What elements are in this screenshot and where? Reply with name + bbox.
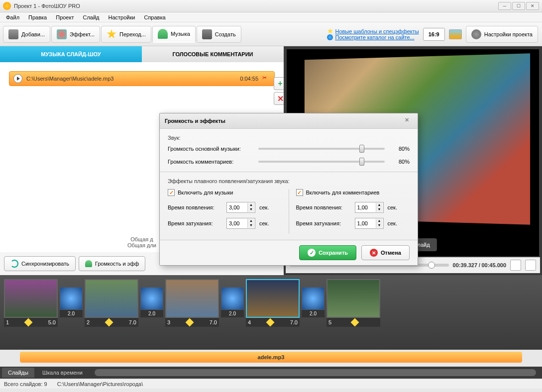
slider-thumb[interactable] [359,145,364,153]
fade-section-label: Эффекты плавного появления/затухания зву… [168,178,410,184]
music-button[interactable]: Музыка [152,26,196,43]
menu-project[interactable]: Проект [52,13,78,21]
maximize-button[interactable]: ☐ [512,2,525,10]
globe-icon [327,34,333,40]
comment-fadein-input[interactable]: 1,00▲▼ [355,202,384,213]
status-slide-count: Всего слайдов: 9 [4,381,47,387]
status-bar: Всего слайдов: 9 C:\Users\Manager\Pictur… [0,379,542,389]
scissors-icon[interactable]: ✂ [262,75,270,83]
volume-effects-dialog: Громкость и эффекты ✕ Звук: Громкость ос… [159,113,418,266]
seek-thumb[interactable] [428,262,435,269]
palette-icon [57,29,67,39]
menu-edit[interactable]: Правка [24,13,51,21]
pencil-icon[interactable] [105,318,113,327]
project-settings-button[interactable]: Настройки проекта [466,26,538,43]
audio-track[interactable]: adele.mp3 [20,352,522,363]
promo-catalog-link[interactable]: Посмотрите каталог на сайте... [327,34,419,40]
music-track-item[interactable]: C:\Users\Manager\Music\adele.mp3 0:04:55… [9,71,275,86]
effects-button[interactable]: Эффект... [51,26,100,43]
timeline: 15.0 2.0 27.0 2.0 37.0 2.0 47.0 2.0 5 [0,275,542,350]
tab-timescale[interactable]: Шкала времени [36,368,89,378]
menubar: Файл Правка Проект Слайд Настройки Справ… [0,12,542,22]
sound-section-label: Звук: [168,135,410,141]
bottom-tabs: Слайды Шкала времени [0,367,542,379]
promo-templates-link[interactable]: Новые шаблоны и спецэффекты [327,28,419,34]
save-button[interactable]: ✓Сохранить [299,245,356,260]
transition-4[interactable]: 2.0 [302,279,325,346]
fullscreen-button[interactable] [525,260,536,271]
comment-volume-value: 80% [391,159,410,165]
slide-2[interactable]: 27.0 [85,279,138,346]
transition-3[interactable]: 2.0 [221,279,244,346]
star-icon [107,29,116,39]
menu-slide[interactable]: Слайд [79,13,103,21]
camera-icon [8,29,18,39]
slide-1[interactable]: 15.0 [4,279,58,346]
aspect-ratio-button[interactable]: 16:9 [423,28,445,41]
create-button[interactable]: Создать [197,26,241,43]
comment-volume-label: Громкость комментариев: [168,159,252,165]
enable-music-label: Включить для музыки [178,190,233,196]
window-title: Проект 1 - ФотоШОУ PRO [14,3,498,9]
app-icon [3,2,11,10]
star-small-icon [327,28,333,34]
pencil-icon[interactable] [24,318,33,327]
transition-2[interactable]: 2.0 [140,279,163,346]
tab-music[interactable]: МУЗЫКА СЛАЙД-ШОУ [0,46,142,62]
menu-settings[interactable]: Настройки [105,13,139,21]
music-volume-slider[interactable] [258,148,385,150]
gear-icon [471,29,481,39]
dialog-title: Громкость и эффекты [165,118,225,124]
fadein-label: Время появления: [168,204,222,210]
timeline-scrollbar[interactable] [95,369,536,376]
menu-file[interactable]: Файл [2,13,23,21]
play-icon[interactable] [13,74,22,83]
promo-links: Новые шаблоны и спецэффекты Посмотрите к… [327,28,419,40]
check-icon: ✓ [308,249,316,257]
transitions-button[interactable]: Переход... [101,26,151,43]
pencil-icon[interactable] [266,318,275,327]
pencil-icon[interactable] [186,318,194,327]
music-volume-label: Громкость основной музыки: [168,146,252,152]
volume-effects-button[interactable]: Громкость и эфф [79,256,145,271]
tab-voice[interactable]: ГОЛОСОВЫЕ КОММЕНТАРИИ [142,46,284,62]
fadeout-label: Время затухания: [168,220,222,226]
comment-volume-slider[interactable] [258,161,385,163]
music-fadeout-input[interactable]: 3,00▲▼ [226,218,255,229]
enable-comments-label: Включить для комментариев [306,190,380,196]
slide-4[interactable]: 47.0 [246,279,300,346]
music-fadein-input[interactable]: 3,00▲▼ [226,202,255,213]
comment-fadeout-input[interactable]: 1,00▲▼ [355,218,384,229]
add-button[interactable]: Добави... [3,26,50,43]
music-duration: 0:04:55 [240,76,258,82]
snapshot-button[interactable] [510,260,521,271]
sync-button[interactable]: Синхронизировать [4,256,76,271]
enable-music-checkbox[interactable]: ✓ [168,189,175,196]
menu-help[interactable]: Справка [140,13,169,21]
dialog-titlebar[interactable]: Громкость и эффекты ✕ [160,113,418,129]
minimize-button[interactable]: ─ [498,2,511,10]
tab-slides[interactable]: Слайды [2,368,34,378]
window-titlebar: Проект 1 - ФотоШОУ PRO ─ ☐ ✕ [0,0,542,12]
sync-icon [10,260,18,268]
main-toolbar: Добави... Эффект... Переход... Музыка Со… [0,22,542,46]
cancel-button[interactable]: ✕Отмена [361,245,410,260]
slider-thumb[interactable] [359,158,364,166]
film-icon [202,29,212,39]
enable-comments-checkbox[interactable]: ✓ [296,189,303,196]
slide-3[interactable]: 37.0 [165,279,219,346]
close-button[interactable]: ✕ [526,2,539,10]
landscape-icon[interactable] [449,29,462,39]
status-path: C:\Users\Manager\Pictures\города\ [57,381,143,387]
music-small-icon [85,260,92,267]
transition-1[interactable]: 2.0 [60,279,83,346]
music-volume-value: 80% [391,146,410,152]
x-icon: ✕ [370,249,378,257]
slide-5[interactable]: 5 [326,279,380,346]
dialog-close-button[interactable]: ✕ [405,117,413,125]
time-display: 00:39.327 / 00:45.000 [453,262,506,268]
pencil-icon[interactable] [351,318,359,327]
music-path: C:\Users\Manager\Music\adele.mp3 [26,76,236,82]
music-icon [158,29,168,39]
